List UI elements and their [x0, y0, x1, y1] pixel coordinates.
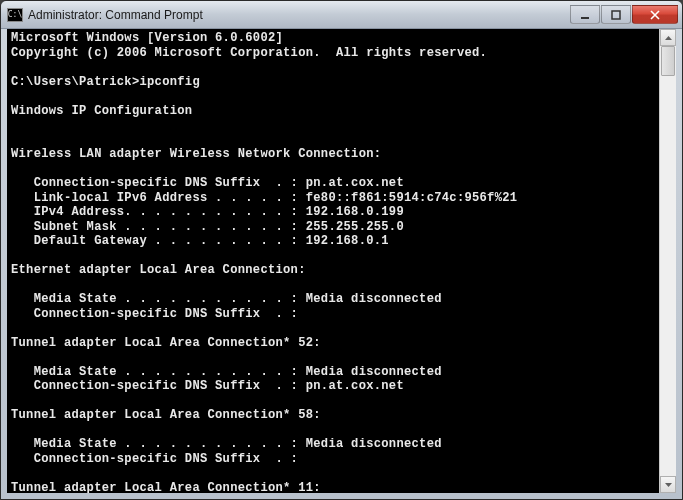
os-version-line: Microsoft Windows [Version 6.0.6002]: [11, 31, 283, 45]
tun52-media-state: Media State . . . . . . . . . . . : Medi…: [11, 365, 442, 379]
window-frame: C:\ Administrator: Command Prompt Micros…: [0, 0, 683, 500]
wlan-subnet: Subnet Mask . . . . . . . . . . . : 255.…: [11, 220, 404, 234]
minimize-button[interactable]: [570, 5, 600, 24]
scroll-up-button[interactable]: [660, 29, 676, 46]
section-title-tun52: Tunnel adapter Local Area Connection* 52…: [11, 336, 321, 350]
window-controls: [570, 5, 678, 24]
ipconfig-header: Windows IP Configuration: [11, 104, 192, 118]
section-title-wlan: Wireless LAN adapter Wireless Network Co…: [11, 147, 381, 161]
svg-rect-1: [612, 11, 620, 19]
section-title-eth: Ethernet adapter Local Area Connection:: [11, 263, 306, 277]
maximize-button[interactable]: [601, 5, 631, 24]
scroll-down-button[interactable]: [660, 476, 676, 493]
window-title: Administrator: Command Prompt: [28, 8, 570, 22]
svg-rect-0: [581, 17, 589, 19]
close-button[interactable]: [632, 5, 678, 24]
eth-dns-suffix: Connection-specific DNS Suffix . :: [11, 307, 298, 321]
cmd-icon: C:\: [7, 8, 23, 22]
titlebar[interactable]: C:\ Administrator: Command Prompt: [1, 1, 682, 29]
scroll-track[interactable]: [660, 46, 676, 476]
copyright-line: Copyright (c) 2006 Microsoft Corporation…: [11, 46, 487, 60]
tun52-dns-suffix: Connection-specific DNS Suffix . : pn.at…: [11, 379, 404, 393]
scroll-thumb[interactable]: [661, 46, 675, 76]
wlan-ipv6: Link-local IPv6 Address . . . . . : fe80…: [11, 191, 517, 205]
tun58-media-state: Media State . . . . . . . . . . . : Medi…: [11, 437, 442, 451]
eth-media-state: Media State . . . . . . . . . . . : Medi…: [11, 292, 442, 306]
prompt-command: C:\Users\Patrick>ipconfig: [11, 75, 200, 89]
tun58-dns-suffix: Connection-specific DNS Suffix . :: [11, 452, 298, 466]
vertical-scrollbar[interactable]: [659, 29, 676, 493]
wlan-ipv4: IPv4 Address. . . . . . . . . . . : 192.…: [11, 205, 404, 219]
terminal-output[interactable]: Microsoft Windows [Version 6.0.6002] Cop…: [7, 29, 659, 493]
client-area: Microsoft Windows [Version 6.0.6002] Cop…: [7, 29, 676, 493]
wlan-gateway: Default Gateway . . . . . . . . . : 192.…: [11, 234, 389, 248]
section-title-tun58: Tunnel adapter Local Area Connection* 58…: [11, 408, 321, 422]
section-title-tun11: Tunnel adapter Local Area Connection* 11…: [11, 481, 321, 494]
wlan-dns-suffix: Connection-specific DNS Suffix . : pn.at…: [11, 176, 404, 190]
